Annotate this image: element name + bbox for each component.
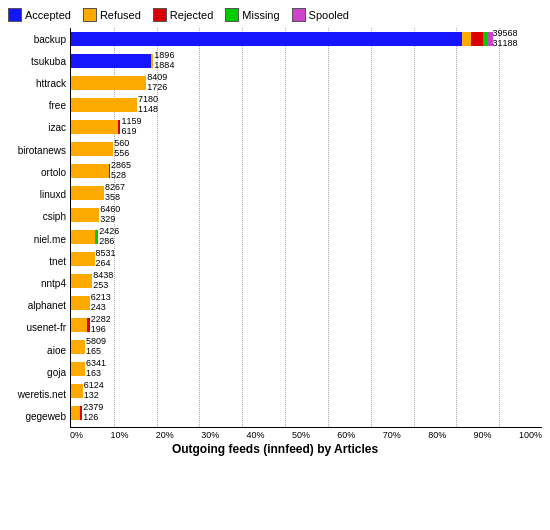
bar-refused-alphanet	[71, 296, 90, 310]
bar-row-free: 7180 1148	[71, 94, 542, 116]
bar-row-birotanews: 560 556	[71, 138, 542, 160]
bar-val1-httrack: 8409	[147, 72, 167, 82]
bar-accepted-tsukuba	[71, 54, 151, 68]
accepted-color	[8, 8, 22, 22]
x-label-70: 70%	[383, 430, 401, 440]
bar-refused-gegeweb	[71, 406, 80, 420]
bar-val1-aioe: 5809	[86, 336, 106, 346]
bar-val2-free: 1148	[138, 104, 158, 114]
y-label-csiph: csiph	[8, 207, 66, 227]
bar-refused-csiph	[71, 208, 99, 222]
bar-row-linuxd: 8267 358	[71, 182, 542, 204]
bar-row-tsukuba: 1896 1884	[71, 50, 542, 72]
bar-val1-backup: 39568	[493, 28, 518, 38]
bar-refused-linuxd	[71, 186, 104, 200]
bar-val1-birotanews: 560	[114, 138, 129, 148]
bar-row-ortolo: 2865 528	[71, 160, 542, 182]
bar-rejected-ortolo	[109, 164, 110, 178]
bar-refused-usenetfr	[71, 318, 87, 332]
x-label-20: 20%	[156, 430, 174, 440]
y-axis: backup tsukuba httrack free izac birotan…	[8, 28, 70, 428]
y-label-goja: goja	[8, 362, 66, 382]
x-label-90: 90%	[474, 430, 492, 440]
y-label-free: free	[8, 96, 66, 116]
bar-rejected-izac	[118, 120, 120, 134]
bar-val1-alphanet: 6213	[91, 292, 111, 302]
bar-val1-ortolo: 2865	[111, 160, 131, 170]
y-label-httrack: httrack	[8, 74, 66, 94]
bar-refused-tsukuba	[151, 54, 153, 68]
bar-val2-csiph: 329	[100, 214, 115, 224]
chart-container: Accepted Refused Rejected Missing Spoole…	[0, 0, 550, 530]
chart-area: backup tsukuba httrack free izac birotan…	[8, 28, 542, 428]
bar-val1-tsukuba: 1896	[154, 50, 174, 60]
x-label-50: 50%	[292, 430, 310, 440]
y-label-tsukuba: tsukuba	[8, 51, 66, 71]
bar-val1-tnet: 8531	[95, 248, 115, 258]
bar-val2-ortolo: 528	[111, 170, 126, 180]
legend-accepted: Accepted	[8, 8, 71, 22]
y-label-gegeweb: gegeweb	[8, 407, 66, 427]
bar-refused-izac	[71, 120, 118, 134]
bar-row-httrack: 8409 1726	[71, 72, 542, 94]
bar-rejected-usenetfr	[87, 318, 89, 332]
bar-val2-tnet: 264	[95, 258, 110, 268]
refused-color	[83, 8, 97, 22]
bar-row-gegeweb: 2379 126	[71, 402, 542, 424]
bar-row-aioe: 5809 165	[71, 336, 542, 358]
bar-val2-linuxd: 358	[105, 192, 120, 202]
y-label-tnet: tnet	[8, 251, 66, 271]
legend-rejected: Rejected	[153, 8, 213, 22]
bar-val1-gegeweb: 2379	[83, 402, 103, 412]
bar-refused-backup	[462, 32, 471, 46]
bar-row-tnet: 8531 264	[71, 248, 542, 270]
bar-row-weretis: 6124 132	[71, 380, 542, 402]
bar-row-alphanet: 6213 243	[71, 292, 542, 314]
bar-row-izac: 1159 619	[71, 116, 542, 138]
chart-title: Outgoing feeds (innfeed) by Articles	[8, 442, 542, 456]
y-label-alphanet: alphanet	[8, 296, 66, 316]
spooled-color	[292, 8, 306, 22]
bar-val1-free: 7180	[138, 94, 158, 104]
bar-val2-backup: 31188	[493, 38, 518, 48]
bar-refused-httrack	[71, 76, 146, 90]
rejected-color	[153, 8, 167, 22]
bar-val1-linuxd: 8267	[105, 182, 125, 192]
y-label-weretis: weretis.net	[8, 385, 66, 405]
bar-accepted-backup	[71, 32, 462, 46]
bar-val2-birotanews: 556	[114, 148, 129, 158]
y-label-usenetfr: usenet-fr	[8, 318, 66, 338]
bar-refused-goja	[71, 362, 85, 376]
bar-row-backup: 39568 31188	[71, 28, 542, 50]
legend-missing: Missing	[225, 8, 279, 22]
x-label-10: 10%	[110, 430, 128, 440]
bar-val1-goja: 6341	[86, 358, 106, 368]
bar-val2-httrack: 1726	[147, 82, 167, 92]
bar-val1-weretis: 6124	[84, 380, 104, 390]
legend: Accepted Refused Rejected Missing Spoole…	[8, 8, 542, 22]
x-axis-labels: 0% 10% 20% 30% 40% 50% 60% 70% 80% 90% 1…	[70, 430, 542, 440]
bar-row-csiph: 6460 329	[71, 204, 542, 226]
bar-val2-aioe: 165	[86, 346, 101, 356]
bar-val2-goja: 163	[86, 368, 101, 378]
bar-row-nntp4: 8438 253	[71, 270, 542, 292]
bars-area: 39568 31188 1896 1884 8409 1726 7180 114…	[70, 28, 542, 428]
x-label-80: 80%	[428, 430, 446, 440]
bar-row-usenetfr: 2282 196	[71, 314, 542, 336]
rejected-label: Rejected	[170, 9, 213, 21]
legend-spooled: Spooled	[292, 8, 349, 22]
missing-color	[225, 8, 239, 22]
bar-val2-weretis: 132	[84, 390, 99, 400]
bar-refused-nntp4	[71, 274, 92, 288]
bar-refused-weretis	[71, 384, 83, 398]
x-label-30: 30%	[201, 430, 219, 440]
y-label-izac: izac	[8, 118, 66, 138]
missing-label: Missing	[242, 9, 279, 21]
x-label-0: 0%	[70, 430, 83, 440]
bar-row-goja: 6341 163	[71, 358, 542, 380]
bar-val1-nielme: 2426	[99, 226, 119, 236]
refused-label: Refused	[100, 9, 141, 21]
accepted-label: Accepted	[25, 9, 71, 21]
bar-refused-nielme	[71, 230, 95, 244]
bar-refused-free	[71, 98, 137, 112]
